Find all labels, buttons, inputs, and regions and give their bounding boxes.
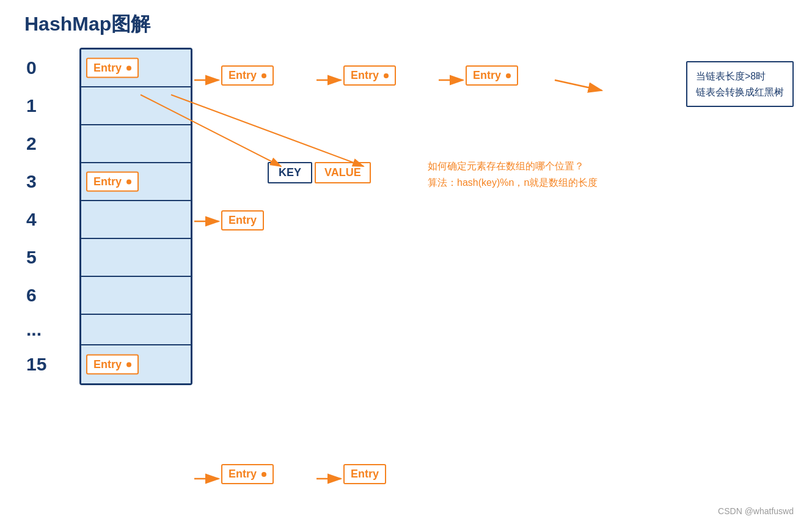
array-row-2: 2 [81,125,191,163]
entry-box-15-3: Entry [343,464,386,484]
row-label-5: 5 [26,247,37,268]
array-row-5: 5 [81,239,191,277]
csdn-label: CSDN @whatfuswd [718,506,794,516]
entry-box-3-1: Entry [86,172,139,192]
array-row-4: 4 [81,201,191,239]
array-row-15: 15 Entry [81,345,191,383]
page-title: HashMap图解 [24,11,150,38]
row-label-2: 2 [26,133,37,154]
array-row-0: 0 Entry [81,50,191,87]
entry-box-0-1: Entry [86,58,139,78]
entry-box-0-4: Entry [466,65,518,86]
entry-box-15-1: Entry [86,355,139,375]
entry-dot [384,73,389,78]
entry-dot [126,65,131,70]
array-container: 0 Entry 1 2 3 Entry 4 5 6 ... 15 Entry [79,48,192,385]
array-row-dots: ... [81,315,191,345]
info-text: 如何确定元素存在数组的哪个位置？ 算法：hash(key)%n，n就是数组的长度 [428,158,598,191]
value-box: VALUE [315,162,371,183]
array-row-1: 1 [81,87,191,125]
array-row-6: 6 [81,277,191,315]
entry-dot [262,472,266,477]
row-label-0: 0 [26,57,37,78]
note-box: 当链表长度>8时 链表会转换成红黑树 [686,61,794,107]
entry-box-0-2: Entry [221,65,274,86]
svg-line-10 [171,95,364,166]
svg-line-5 [555,80,602,90]
entry-dot [126,362,131,367]
row-label-dots: ... [26,319,42,340]
row-label-4: 4 [26,209,37,230]
entry-box-0-3: Entry [343,65,396,86]
note-line1: 当链表长度>8时 [696,68,784,84]
entry-box-3-2: Entry [221,210,264,230]
key-box: KEY [268,162,312,183]
entry-dot [506,73,511,78]
entry-box-15-2: Entry [221,464,274,484]
array-row-3: 3 Entry [81,163,191,201]
entry-dot [126,179,131,184]
info-line1: 如何确定元素存在数组的哪个位置？ [428,158,598,174]
row-label-1: 1 [26,95,37,116]
note-line2: 链表会转换成红黑树 [696,84,784,100]
kv-container: KEY VALUE [268,162,371,183]
row-label-3: 3 [26,171,37,192]
info-line2: 算法：hash(key)%n，n就是数组的长度 [428,174,598,191]
row-label-6: 6 [26,285,37,306]
row-label-15: 15 [26,354,46,375]
entry-dot [262,73,266,78]
